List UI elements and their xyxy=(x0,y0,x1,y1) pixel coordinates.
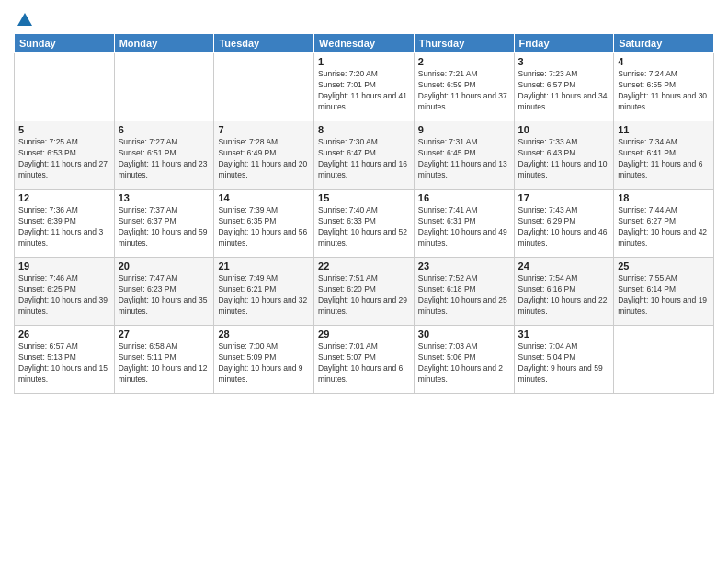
calendar-cell: 28Sunrise: 7:00 AM Sunset: 5:09 PM Dayli… xyxy=(214,326,314,394)
day-number: 28 xyxy=(218,328,310,339)
day-info: Sunrise: 7:28 AM Sunset: 6:49 PM Dayligh… xyxy=(218,137,310,181)
day-number: 10 xyxy=(518,124,610,135)
header xyxy=(14,9,714,28)
calendar-cell: 22Sunrise: 7:51 AM Sunset: 6:20 PM Dayli… xyxy=(314,258,415,326)
calendar-cell: 21Sunrise: 7:49 AM Sunset: 6:21 PM Dayli… xyxy=(214,258,314,326)
day-info: Sunrise: 7:04 AM Sunset: 5:04 PM Dayligh… xyxy=(518,341,610,385)
calendar-cell: 12Sunrise: 7:36 AM Sunset: 6:39 PM Dayli… xyxy=(15,190,115,258)
logo xyxy=(14,9,34,28)
calendar-cell: 7Sunrise: 7:28 AM Sunset: 6:49 PM Daylig… xyxy=(214,121,314,190)
day-info: Sunrise: 7:55 AM Sunset: 6:14 PM Dayligh… xyxy=(618,273,710,317)
day-info: Sunrise: 7:20 AM Sunset: 7:01 PM Dayligh… xyxy=(318,69,410,113)
day-number: 9 xyxy=(418,124,510,135)
day-info: Sunrise: 7:46 AM Sunset: 6:25 PM Dayligh… xyxy=(18,273,110,317)
day-info: Sunrise: 7:01 AM Sunset: 5:07 PM Dayligh… xyxy=(318,341,410,385)
calendar-cell xyxy=(614,326,714,394)
day-info: Sunrise: 7:30 AM Sunset: 6:47 PM Dayligh… xyxy=(318,137,410,181)
day-number: 24 xyxy=(518,260,610,271)
day-number: 3 xyxy=(518,56,610,67)
header-tuesday: Tuesday xyxy=(214,34,314,53)
day-number: 15 xyxy=(318,192,410,203)
day-number: 2 xyxy=(418,56,510,67)
day-number: 30 xyxy=(418,328,510,339)
day-info: Sunrise: 7:37 AM Sunset: 6:37 PM Dayligh… xyxy=(119,205,210,249)
day-number: 18 xyxy=(618,192,710,203)
calendar-cell: 20Sunrise: 7:47 AM Sunset: 6:23 PM Dayli… xyxy=(114,258,214,326)
day-number: 29 xyxy=(318,328,410,339)
calendar-week-row: 1Sunrise: 7:20 AM Sunset: 7:01 PM Daylig… xyxy=(15,53,714,121)
calendar-cell: 30Sunrise: 7:03 AM Sunset: 5:06 PM Dayli… xyxy=(414,326,514,394)
day-info: Sunrise: 7:25 AM Sunset: 6:53 PM Dayligh… xyxy=(18,137,110,181)
calendar-cell: 18Sunrise: 7:44 AM Sunset: 6:27 PM Dayli… xyxy=(614,190,714,258)
calendar-cell: 5Sunrise: 7:25 AM Sunset: 6:53 PM Daylig… xyxy=(15,121,115,190)
day-number: 13 xyxy=(119,192,210,203)
day-number: 16 xyxy=(418,192,510,203)
day-info: Sunrise: 7:52 AM Sunset: 6:18 PM Dayligh… xyxy=(418,273,510,317)
calendar-cell: 6Sunrise: 7:27 AM Sunset: 6:51 PM Daylig… xyxy=(114,121,214,190)
calendar-cell: 9Sunrise: 7:31 AM Sunset: 6:45 PM Daylig… xyxy=(414,121,514,190)
weekday-header-row: Sunday Monday Tuesday Wednesday Thursday… xyxy=(15,34,714,53)
day-info: Sunrise: 7:36 AM Sunset: 6:39 PM Dayligh… xyxy=(18,205,110,249)
calendar-cell: 1Sunrise: 7:20 AM Sunset: 7:01 PM Daylig… xyxy=(314,53,415,121)
page: Sunday Monday Tuesday Wednesday Thursday… xyxy=(0,0,728,563)
day-number: 26 xyxy=(18,328,110,339)
day-number: 17 xyxy=(518,192,610,203)
day-info: Sunrise: 7:31 AM Sunset: 6:45 PM Dayligh… xyxy=(418,137,510,181)
calendar-cell: 27Sunrise: 6:58 AM Sunset: 5:11 PM Dayli… xyxy=(114,326,214,394)
calendar-cell: 24Sunrise: 7:54 AM Sunset: 6:16 PM Dayli… xyxy=(514,258,614,326)
calendar-cell: 13Sunrise: 7:37 AM Sunset: 6:37 PM Dayli… xyxy=(114,190,214,258)
calendar-cell: 11Sunrise: 7:34 AM Sunset: 6:41 PM Dayli… xyxy=(614,121,714,190)
calendar-cell: 8Sunrise: 7:30 AM Sunset: 6:47 PM Daylig… xyxy=(314,121,415,190)
calendar-table: Sunday Monday Tuesday Wednesday Thursday… xyxy=(14,33,714,394)
logo-text xyxy=(14,9,34,28)
day-info: Sunrise: 7:00 AM Sunset: 5:09 PM Dayligh… xyxy=(218,341,310,385)
day-info: Sunrise: 7:41 AM Sunset: 6:31 PM Dayligh… xyxy=(418,205,510,249)
day-number: 31 xyxy=(518,328,610,339)
day-number: 23 xyxy=(418,260,510,271)
day-info: Sunrise: 7:49 AM Sunset: 6:21 PM Dayligh… xyxy=(218,273,310,317)
calendar-cell: 29Sunrise: 7:01 AM Sunset: 5:07 PM Dayli… xyxy=(314,326,415,394)
calendar-cell xyxy=(114,53,214,121)
day-number: 20 xyxy=(119,260,210,271)
header-monday: Monday xyxy=(114,34,214,53)
header-wednesday: Wednesday xyxy=(314,34,415,53)
day-info: Sunrise: 7:03 AM Sunset: 5:06 PM Dayligh… xyxy=(418,341,510,385)
day-info: Sunrise: 7:39 AM Sunset: 6:35 PM Dayligh… xyxy=(218,205,310,249)
calendar-cell: 25Sunrise: 7:55 AM Sunset: 6:14 PM Dayli… xyxy=(614,258,714,326)
day-number: 4 xyxy=(618,56,710,67)
calendar-week-row: 19Sunrise: 7:46 AM Sunset: 6:25 PM Dayli… xyxy=(15,258,714,326)
day-info: Sunrise: 7:23 AM Sunset: 6:57 PM Dayligh… xyxy=(518,69,610,113)
calendar-cell: 26Sunrise: 6:57 AM Sunset: 5:13 PM Dayli… xyxy=(15,326,115,394)
calendar-cell: 16Sunrise: 7:41 AM Sunset: 6:31 PM Dayli… xyxy=(414,190,514,258)
day-info: Sunrise: 7:44 AM Sunset: 6:27 PM Dayligh… xyxy=(618,205,710,249)
day-number: 12 xyxy=(18,192,110,203)
header-friday: Friday xyxy=(514,34,614,53)
calendar-cell: 4Sunrise: 7:24 AM Sunset: 6:55 PM Daylig… xyxy=(614,53,714,121)
day-number: 5 xyxy=(18,124,110,135)
day-number: 6 xyxy=(119,124,210,135)
calendar-cell: 14Sunrise: 7:39 AM Sunset: 6:35 PM Dayli… xyxy=(214,190,314,258)
day-number: 11 xyxy=(618,124,710,135)
day-number: 19 xyxy=(18,260,110,271)
calendar-cell: 19Sunrise: 7:46 AM Sunset: 6:25 PM Dayli… xyxy=(15,258,115,326)
calendar-cell: 2Sunrise: 7:21 AM Sunset: 6:59 PM Daylig… xyxy=(414,53,514,121)
header-sunday: Sunday xyxy=(15,34,115,53)
day-info: Sunrise: 7:21 AM Sunset: 6:59 PM Dayligh… xyxy=(418,69,510,113)
day-info: Sunrise: 6:58 AM Sunset: 5:11 PM Dayligh… xyxy=(119,341,210,385)
day-number: 22 xyxy=(318,260,410,271)
day-info: Sunrise: 7:43 AM Sunset: 6:29 PM Dayligh… xyxy=(518,205,610,249)
calendar-cell: 10Sunrise: 7:33 AM Sunset: 6:43 PM Dayli… xyxy=(514,121,614,190)
calendar-cell: 3Sunrise: 7:23 AM Sunset: 6:57 PM Daylig… xyxy=(514,53,614,121)
day-info: Sunrise: 7:51 AM Sunset: 6:20 PM Dayligh… xyxy=(318,273,410,317)
day-info: Sunrise: 7:34 AM Sunset: 6:41 PM Dayligh… xyxy=(618,137,710,181)
day-info: Sunrise: 6:57 AM Sunset: 5:13 PM Dayligh… xyxy=(18,341,110,385)
day-info: Sunrise: 7:27 AM Sunset: 6:51 PM Dayligh… xyxy=(119,137,210,181)
day-info: Sunrise: 7:54 AM Sunset: 6:16 PM Dayligh… xyxy=(518,273,610,317)
calendar-cell: 31Sunrise: 7:04 AM Sunset: 5:04 PM Dayli… xyxy=(514,326,614,394)
day-info: Sunrise: 7:47 AM Sunset: 6:23 PM Dayligh… xyxy=(119,273,210,317)
header-thursday: Thursday xyxy=(414,34,514,53)
calendar-cell: 23Sunrise: 7:52 AM Sunset: 6:18 PM Dayli… xyxy=(414,258,514,326)
day-number: 1 xyxy=(318,56,410,67)
day-number: 14 xyxy=(218,192,310,203)
day-number: 7 xyxy=(218,124,310,135)
